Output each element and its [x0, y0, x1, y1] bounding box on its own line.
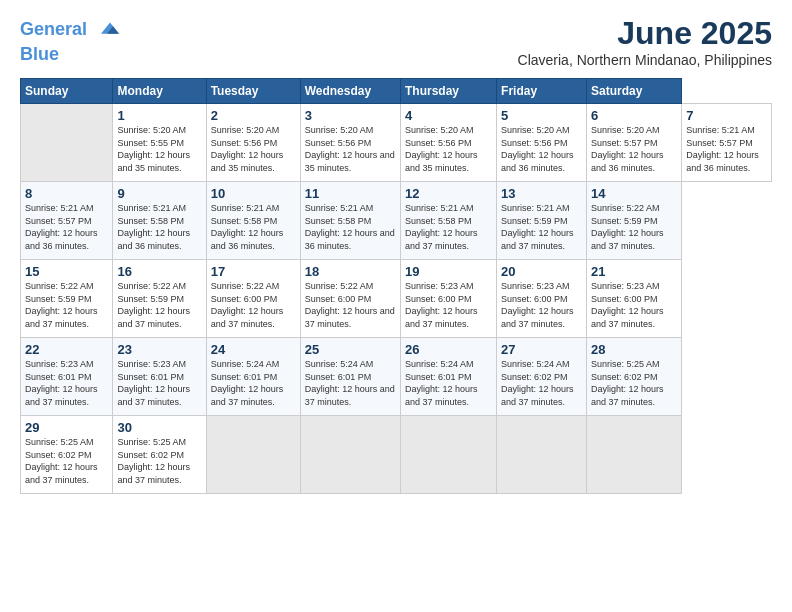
day-number: 24 — [211, 342, 296, 357]
day-number: 8 — [25, 186, 108, 201]
day-detail: Sunrise: 5:24 AM Sunset: 6:01 PM Dayligh… — [305, 358, 396, 408]
day-detail: Sunrise: 5:20 AM Sunset: 5:56 PM Dayligh… — [211, 124, 296, 174]
calendar-cell — [300, 416, 400, 494]
day-number: 27 — [501, 342, 582, 357]
calendar-header-thursday: Thursday — [400, 79, 496, 104]
calendar-cell: 22 Sunrise: 5:23 AM Sunset: 6:01 PM Dayl… — [21, 338, 113, 416]
day-detail: Sunrise: 5:24 AM Sunset: 6:01 PM Dayligh… — [405, 358, 492, 408]
calendar-cell: 11 Sunrise: 5:21 AM Sunset: 5:58 PM Dayl… — [300, 182, 400, 260]
calendar-cell: 29 Sunrise: 5:25 AM Sunset: 6:02 PM Dayl… — [21, 416, 113, 494]
day-number: 25 — [305, 342, 396, 357]
calendar-cell — [21, 104, 113, 182]
day-number: 11 — [305, 186, 396, 201]
day-number: 29 — [25, 420, 108, 435]
day-detail: Sunrise: 5:23 AM Sunset: 6:00 PM Dayligh… — [501, 280, 582, 330]
calendar-cell: 21 Sunrise: 5:23 AM Sunset: 6:00 PM Dayl… — [587, 260, 682, 338]
calendar-header-sunday: Sunday — [21, 79, 113, 104]
day-detail: Sunrise: 5:22 AM Sunset: 5:59 PM Dayligh… — [117, 280, 201, 330]
day-detail: Sunrise: 5:24 AM Sunset: 6:02 PM Dayligh… — [501, 358, 582, 408]
day-detail: Sunrise: 5:21 AM Sunset: 5:58 PM Dayligh… — [211, 202, 296, 252]
calendar-cell: 16 Sunrise: 5:22 AM Sunset: 5:59 PM Dayl… — [113, 260, 206, 338]
day-number: 10 — [211, 186, 296, 201]
day-detail: Sunrise: 5:20 AM Sunset: 5:56 PM Dayligh… — [501, 124, 582, 174]
calendar-cell — [400, 416, 496, 494]
day-number: 18 — [305, 264, 396, 279]
calendar: SundayMondayTuesdayWednesdayThursdayFrid… — [20, 78, 772, 494]
day-detail: Sunrise: 5:23 AM Sunset: 6:00 PM Dayligh… — [591, 280, 677, 330]
day-number: 28 — [591, 342, 677, 357]
day-detail: Sunrise: 5:25 AM Sunset: 6:02 PM Dayligh… — [25, 436, 108, 486]
calendar-header-saturday: Saturday — [587, 79, 682, 104]
day-number: 2 — [211, 108, 296, 123]
calendar-cell: 2 Sunrise: 5:20 AM Sunset: 5:56 PM Dayli… — [206, 104, 300, 182]
day-number: 12 — [405, 186, 492, 201]
day-detail: Sunrise: 5:21 AM Sunset: 5:57 PM Dayligh… — [25, 202, 108, 252]
day-number: 3 — [305, 108, 396, 123]
day-detail: Sunrise: 5:21 AM Sunset: 5:57 PM Dayligh… — [686, 124, 767, 174]
calendar-header-friday: Friday — [497, 79, 587, 104]
calendar-cell: 28 Sunrise: 5:25 AM Sunset: 6:02 PM Dayl… — [587, 338, 682, 416]
day-number: 15 — [25, 264, 108, 279]
calendar-cell — [497, 416, 587, 494]
day-detail: Sunrise: 5:21 AM Sunset: 5:58 PM Dayligh… — [117, 202, 201, 252]
calendar-cell: 6 Sunrise: 5:20 AM Sunset: 5:57 PM Dayli… — [587, 104, 682, 182]
day-detail: Sunrise: 5:20 AM Sunset: 5:56 PM Dayligh… — [305, 124, 396, 174]
calendar-cell: 5 Sunrise: 5:20 AM Sunset: 5:56 PM Dayli… — [497, 104, 587, 182]
day-detail: Sunrise: 5:25 AM Sunset: 6:02 PM Dayligh… — [117, 436, 201, 486]
calendar-week-row: 22 Sunrise: 5:23 AM Sunset: 6:01 PM Dayl… — [21, 338, 772, 416]
calendar-cell: 27 Sunrise: 5:24 AM Sunset: 6:02 PM Dayl… — [497, 338, 587, 416]
calendar-cell: 3 Sunrise: 5:20 AM Sunset: 5:56 PM Dayli… — [300, 104, 400, 182]
day-detail: Sunrise: 5:22 AM Sunset: 6:00 PM Dayligh… — [211, 280, 296, 330]
day-number: 16 — [117, 264, 201, 279]
calendar-week-row: 8 Sunrise: 5:21 AM Sunset: 5:57 PM Dayli… — [21, 182, 772, 260]
day-detail: Sunrise: 5:23 AM Sunset: 6:00 PM Dayligh… — [405, 280, 492, 330]
day-number: 21 — [591, 264, 677, 279]
day-number: 20 — [501, 264, 582, 279]
calendar-cell: 13 Sunrise: 5:21 AM Sunset: 5:59 PM Dayl… — [497, 182, 587, 260]
calendar-cell: 14 Sunrise: 5:22 AM Sunset: 5:59 PM Dayl… — [587, 182, 682, 260]
day-number: 17 — [211, 264, 296, 279]
day-number: 30 — [117, 420, 201, 435]
calendar-cell: 19 Sunrise: 5:23 AM Sunset: 6:00 PM Dayl… — [400, 260, 496, 338]
day-number: 1 — [117, 108, 201, 123]
calendar-week-row: 1 Sunrise: 5:20 AM Sunset: 5:55 PM Dayli… — [21, 104, 772, 182]
day-number: 13 — [501, 186, 582, 201]
day-number: 7 — [686, 108, 767, 123]
day-detail: Sunrise: 5:22 AM Sunset: 5:59 PM Dayligh… — [591, 202, 677, 252]
calendar-week-row: 15 Sunrise: 5:22 AM Sunset: 5:59 PM Dayl… — [21, 260, 772, 338]
calendar-cell: 8 Sunrise: 5:21 AM Sunset: 5:57 PM Dayli… — [21, 182, 113, 260]
day-number: 4 — [405, 108, 492, 123]
calendar-cell: 30 Sunrise: 5:25 AM Sunset: 6:02 PM Dayl… — [113, 416, 206, 494]
calendar-week-row: 29 Sunrise: 5:25 AM Sunset: 6:02 PM Dayl… — [21, 416, 772, 494]
day-detail: Sunrise: 5:20 AM Sunset: 5:57 PM Dayligh… — [591, 124, 677, 174]
calendar-cell: 17 Sunrise: 5:22 AM Sunset: 6:00 PM Dayl… — [206, 260, 300, 338]
calendar-header-row: SundayMondayTuesdayWednesdayThursdayFrid… — [21, 79, 772, 104]
calendar-header-monday: Monday — [113, 79, 206, 104]
logo: General Blue — [20, 15, 125, 65]
calendar-cell: 1 Sunrise: 5:20 AM Sunset: 5:55 PM Dayli… — [113, 104, 206, 182]
day-number: 6 — [591, 108, 677, 123]
day-number: 9 — [117, 186, 201, 201]
logo-text: General — [20, 15, 125, 45]
day-detail: Sunrise: 5:20 AM Sunset: 5:56 PM Dayligh… — [405, 124, 492, 174]
calendar-cell: 20 Sunrise: 5:23 AM Sunset: 6:00 PM Dayl… — [497, 260, 587, 338]
calendar-cell: 9 Sunrise: 5:21 AM Sunset: 5:58 PM Dayli… — [113, 182, 206, 260]
day-detail: Sunrise: 5:22 AM Sunset: 5:59 PM Dayligh… — [25, 280, 108, 330]
calendar-cell — [587, 416, 682, 494]
day-detail: Sunrise: 5:21 AM Sunset: 5:58 PM Dayligh… — [405, 202, 492, 252]
location: Claveria, Northern Mindanao, Philippines — [518, 52, 772, 68]
day-number: 23 — [117, 342, 201, 357]
day-detail: Sunrise: 5:20 AM Sunset: 5:55 PM Dayligh… — [117, 124, 201, 174]
day-detail: Sunrise: 5:21 AM Sunset: 5:58 PM Dayligh… — [305, 202, 396, 252]
header: General Blue June 2025 Claveria, Norther… — [20, 15, 772, 68]
day-detail: Sunrise: 5:22 AM Sunset: 6:00 PM Dayligh… — [305, 280, 396, 330]
calendar-cell: 7 Sunrise: 5:21 AM Sunset: 5:57 PM Dayli… — [682, 104, 772, 182]
day-number: 19 — [405, 264, 492, 279]
day-detail: Sunrise: 5:21 AM Sunset: 5:59 PM Dayligh… — [501, 202, 582, 252]
calendar-cell: 15 Sunrise: 5:22 AM Sunset: 5:59 PM Dayl… — [21, 260, 113, 338]
calendar-cell: 4 Sunrise: 5:20 AM Sunset: 5:56 PM Dayli… — [400, 104, 496, 182]
day-number: 14 — [591, 186, 677, 201]
day-detail: Sunrise: 5:23 AM Sunset: 6:01 PM Dayligh… — [117, 358, 201, 408]
day-detail: Sunrise: 5:25 AM Sunset: 6:02 PM Dayligh… — [591, 358, 677, 408]
page: General Blue June 2025 Claveria, Norther… — [0, 0, 792, 612]
